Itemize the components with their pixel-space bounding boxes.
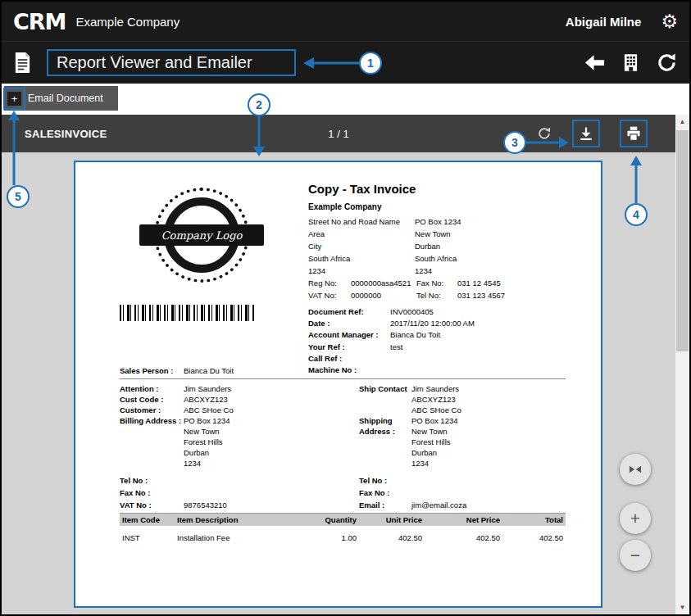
col-header: Item Code xyxy=(120,515,177,524)
detail-label: Ship Contact xyxy=(359,383,411,394)
invoice-title: Copy - Tax Invoice xyxy=(308,182,416,196)
scrollbar-thumb[interactable] xyxy=(676,130,689,351)
field-label: Date : xyxy=(308,318,390,329)
detail-value: ABC SHoe Co xyxy=(184,405,359,415)
sales-person-value: Bianca Du Toit xyxy=(184,366,234,375)
invoice-contact-section: Tel No : Fax No : VAT No :9876543210 Tel… xyxy=(120,474,566,511)
contact-value xyxy=(411,487,566,499)
annotation-4: 4 xyxy=(625,203,648,226)
contact-value xyxy=(411,474,566,487)
detail-label: Shipping Address : xyxy=(359,415,411,469)
page-title-box: Report Viewer and Emailer xyxy=(47,49,296,76)
viewer-toolbar-actions xyxy=(536,115,648,152)
detail-value: Jim Saunders xyxy=(184,383,359,394)
annotation-2: 2 xyxy=(248,93,270,116)
refresh-button[interactable] xyxy=(656,52,678,74)
invoice-doc-fields: Document Ref:INV0000405 Date :2017/11/20… xyxy=(308,306,579,376)
back-button[interactable] xyxy=(584,52,606,74)
fit-page-button[interactable] xyxy=(620,454,651,485)
cell: 402.50 xyxy=(500,533,566,542)
cell: 402.50 xyxy=(422,533,500,542)
fit-width-icon xyxy=(627,461,643,478)
tel-no-label: Tel No: xyxy=(416,290,457,302)
download-button[interactable] xyxy=(572,120,600,147)
add-tab-plus-icon[interactable]: + xyxy=(7,92,21,106)
cell: INST xyxy=(120,533,177,542)
report-name: SALESINVOICE xyxy=(25,128,107,140)
col-header: Item Description xyxy=(177,515,311,524)
crm-logo: CRM xyxy=(13,9,66,34)
field-label: Your Ref : xyxy=(308,342,390,353)
print-button[interactable] xyxy=(620,120,648,147)
reg-no-label: Reg No: xyxy=(308,278,351,290)
company-logo: Company Logo xyxy=(139,183,264,287)
field-value: 2017/11/20 12:00:00 AM xyxy=(390,318,579,329)
zoom-out-button[interactable]: − xyxy=(620,540,651,571)
invoice-address-block: Street No and Road NamePO Box 1234 AreaN… xyxy=(308,215,566,277)
field-label: Document Ref: xyxy=(308,306,390,318)
contact-label: Tel No : xyxy=(120,474,184,487)
billing-details-column: Attention :Jim Saunders Cust Code :ABCXY… xyxy=(120,383,359,469)
detail-value: ABCXYZ123 xyxy=(184,394,359,405)
app-window: CRM Example Company Abigail Milne ⚙ Repo… xyxy=(0,0,691,616)
scroll-up-arrow-icon[interactable]: ▲ xyxy=(675,115,689,129)
sales-person-row: Sales Person :Bianca Du Toit xyxy=(120,366,234,375)
detail-label: Cust Code : xyxy=(120,394,184,405)
scroll-down-arrow-icon[interactable]: ▼ xyxy=(675,600,689,614)
detail-label xyxy=(359,394,411,405)
document-icon[interactable] xyxy=(13,52,32,74)
divider xyxy=(120,378,566,379)
detail-value: PO Box 1234 New Town Forest Hills Durban… xyxy=(411,415,566,469)
rotate-icon xyxy=(536,125,552,142)
detail-label: Attention : xyxy=(120,383,184,394)
building-icon xyxy=(621,52,641,73)
document-canvas: Company Logo Copy - Tax Invoice Example … xyxy=(2,152,675,614)
report-viewer: SALESINVOICE 1 / 1 xyxy=(2,115,675,614)
address-line: City xyxy=(308,240,415,252)
sales-person-label: Sales Person : xyxy=(120,366,184,375)
settings-gear-icon[interactable]: ⚙ xyxy=(661,12,678,31)
vat-no-value: 0000000 xyxy=(351,290,416,302)
address-line: Street No and Road Name xyxy=(308,215,415,228)
detail-label: Billing Address : xyxy=(120,415,184,469)
tab-label: Email Document xyxy=(28,93,103,104)
tab-email-document[interactable]: + Email Document xyxy=(4,86,118,111)
cell: 402.50 xyxy=(357,533,422,542)
field-label: Account Manager : xyxy=(308,329,390,341)
field-label: Machine No : xyxy=(308,365,390,376)
fax-no-value: 031 12 4545 xyxy=(457,278,566,290)
contact-label: VAT No : xyxy=(120,499,184,511)
company-button[interactable] xyxy=(621,52,641,73)
address-line: PO Box 1234 xyxy=(415,215,566,228)
contact-label: Email : xyxy=(359,499,411,511)
contact-label: Fax No : xyxy=(120,487,184,499)
company-name: Example Company xyxy=(75,15,180,29)
document-icon-glyph xyxy=(13,52,32,74)
fax-no-label: Fax No: xyxy=(416,278,457,290)
viewer-toolbar: SALESINVOICE 1 / 1 xyxy=(2,115,675,152)
field-value xyxy=(390,353,579,365)
shipping-details-column: Ship ContactJim Saunders ABCXYZ123 ABC S… xyxy=(359,383,566,469)
address-line: South Africa xyxy=(308,252,415,265)
vertical-scrollbar[interactable]: ▲ ▼ xyxy=(675,115,689,614)
user-name: Abigail Milne xyxy=(566,15,642,29)
invoice-page: Company Logo Copy - Tax Invoice Example … xyxy=(74,161,602,608)
tel-no-value: 031 123 4567 xyxy=(457,290,566,302)
address-line: Durban xyxy=(415,240,566,252)
col-header: Total xyxy=(500,515,566,524)
field-value: test xyxy=(390,342,579,353)
barcode xyxy=(120,305,254,321)
col-header: Quantity xyxy=(311,515,357,524)
invoice-items-table: Item Code Item Description Quantity Unit… xyxy=(120,513,566,542)
menu-bar: Report Viewer and Emailer xyxy=(2,41,689,84)
tab-row: + Email Document xyxy=(2,84,689,115)
annotation-1: 1 xyxy=(359,52,382,75)
address-line: 1234 xyxy=(308,265,415,277)
rotate-button[interactable] xyxy=(536,125,552,142)
contact-value xyxy=(184,474,359,487)
cell: Installation Fee xyxy=(177,533,311,542)
print-icon xyxy=(625,125,642,142)
zoom-in-button[interactable]: + xyxy=(620,503,651,534)
back-arrow-icon xyxy=(584,52,606,74)
address-line: Area xyxy=(308,228,415,240)
